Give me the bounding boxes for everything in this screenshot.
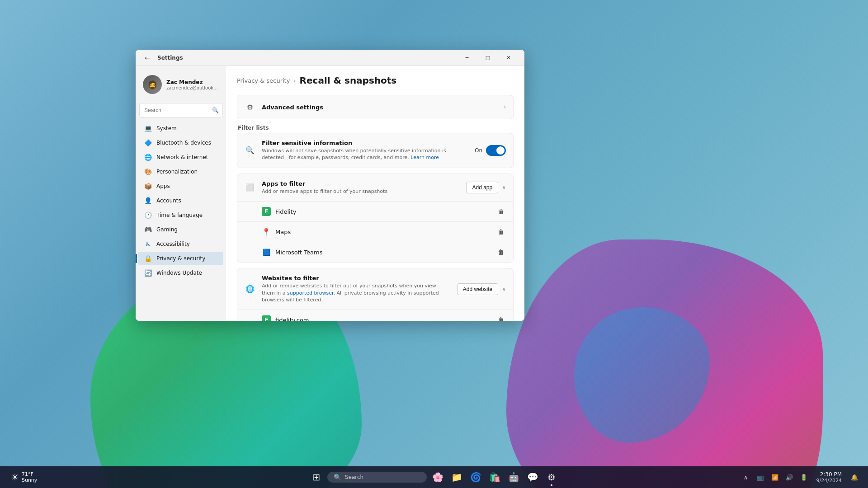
tray-volume-icon[interactable]: 🔊 <box>783 471 796 483</box>
sidebar-item-gaming[interactable]: 🎮 Gaming <box>138 223 223 236</box>
breadcrumb: Privacy & security › Recall & snapshots <box>237 75 514 86</box>
add-website-button[interactable]: Add website <box>457 283 498 295</box>
toggle-on-label: On <box>475 147 482 154</box>
apps-to-filter-card: ⬜ Apps to filter Add or remove apps to f… <box>237 174 514 263</box>
weather-condition: Sunny <box>22 477 37 483</box>
main-content: Privacy & security › Recall & snapshots … <box>226 66 524 321</box>
teams-delete-button[interactable]: 🗑 <box>496 247 506 258</box>
sidebar-item-accounts[interactable]: 👤 Accounts <box>138 194 223 207</box>
taskbar-search[interactable]: 🔍 Search <box>327 472 427 483</box>
supported-browser-link[interactable]: supported browser <box>287 290 333 296</box>
taskbar-teams[interactable]: 💬 <box>524 469 541 485</box>
teams-app-name: Microsoft Teams <box>275 249 491 256</box>
sidebar-label-network: Network & internet <box>156 154 208 160</box>
sidebar-label-personalization: Personalization <box>156 169 198 175</box>
user-profile[interactable]: 🧔 Zac Mendez zacmendez@outlook.com <box>136 70 226 99</box>
sidebar-item-network[interactable]: 🌐 Network & internet <box>138 150 223 164</box>
privacy-icon: 🔒 <box>144 254 152 263</box>
filter-sensitive-toggle[interactable] <box>486 145 506 156</box>
time-icon: 🕐 <box>144 211 152 219</box>
taskbar-settings[interactable]: ⚙️ <box>543 469 560 485</box>
apps-filter-chevron[interactable]: ∧ <box>502 184 506 191</box>
bluetooth-icon: 🔷 <box>144 139 152 147</box>
fidelity-website-delete-button[interactable]: 🗑 <box>496 314 506 321</box>
breadcrumb-current: Recall & snapshots <box>300 75 397 86</box>
websites-to-filter-subtitle: Add or remove websites to filter out of … <box>262 282 451 303</box>
apps-filter-icon: ⬜ <box>245 182 255 193</box>
taskbar-left: ☀️ 71°F Sunny <box>7 469 41 485</box>
maps-delete-button[interactable]: 🗑 <box>496 226 506 237</box>
filter-sensitive-subtitle: Windows will not save snapshots when pot… <box>262 147 468 161</box>
taskbar-right: ∧ 📺 📶 🔊 🔋 2:30 PM 9/24/2024 🔔 <box>740 470 861 484</box>
websites-to-filter-header: 🌐 Websites to filter Add or remove websi… <box>237 268 513 310</box>
sidebar-item-accessibility[interactable]: ♿ Accessibility <box>138 237 223 251</box>
sidebar-item-update[interactable]: 🔄 Windows Update <box>138 266 223 280</box>
tray-display-icon[interactable]: 📺 <box>754 471 767 483</box>
filter-sensitive-title: Filter sensitive information <box>262 140 468 146</box>
advanced-settings-row[interactable]: ⚙️ Advanced settings › <box>237 95 513 119</box>
sidebar-item-apps[interactable]: 📦 Apps <box>138 179 223 193</box>
app-teams-row: 🟦 Microsoft Teams 🗑 <box>237 242 513 262</box>
taskbar-center: ⊞ 🔍 Search 🌸 📁 🌀 🛍️ 🤖 💬 ⚙️ <box>308 469 560 485</box>
sidebar-search-input[interactable] <box>139 103 222 117</box>
taskbar-widgets[interactable]: 🌸 <box>429 469 446 485</box>
settings-body: 🧔 Zac Mendez zacmendez@outlook.com 🔍 💻 S… <box>136 66 524 321</box>
taskbar-copilot[interactable]: 🤖 <box>505 469 522 485</box>
avatar: 🧔 <box>143 75 162 94</box>
advanced-settings-icon: ⚙️ <box>245 102 255 113</box>
apps-to-filter-title: Apps to filter <box>262 180 460 187</box>
taskbar-store[interactable]: 🛍️ <box>486 469 503 485</box>
filter-sensitive-row: 🔍 Filter sensitive information Windows w… <box>237 133 513 168</box>
taskbar-search-label: Search <box>345 474 363 480</box>
sidebar-item-time[interactable]: 🕐 Time & language <box>138 208 223 222</box>
website-fidelity-row: F fidelity.com 🗑 <box>237 310 513 321</box>
filter-icon: 🔍 <box>245 145 255 156</box>
sidebar-label-gaming: Gaming <box>156 226 178 233</box>
update-icon: 🔄 <box>144 269 152 277</box>
fidelity-delete-button[interactable]: 🗑 <box>496 206 506 217</box>
gaming-icon: 🎮 <box>144 225 152 234</box>
tray-expand-icon[interactable]: ∧ <box>740 471 752 483</box>
app-maps-row: 📍 Maps 🗑 <box>237 222 513 242</box>
weather-widget[interactable]: ☀️ 71°F Sunny <box>7 469 41 485</box>
apps-to-filter-header: ⬜ Apps to filter Add or remove apps to f… <box>237 174 513 202</box>
settings-window: ← Settings ─ □ ✕ 🧔 Zac Mendez zacmendez@… <box>136 50 524 321</box>
fidelity-app-name: Fidelity <box>275 208 491 215</box>
sidebar-item-bluetooth[interactable]: 🔷 Bluetooth & devices <box>138 136 223 150</box>
taskbar-file-explorer[interactable]: 📁 <box>448 469 465 485</box>
network-icon: 🌐 <box>144 153 152 161</box>
notification-bell-icon[interactable]: 🔔 <box>848 471 861 483</box>
sidebar-label-update: Windows Update <box>156 270 202 276</box>
start-button[interactable]: ⊞ <box>308 469 325 485</box>
tray-network-icon[interactable]: 📶 <box>769 471 781 483</box>
minimize-button[interactable]: ─ <box>457 50 477 66</box>
sidebar-label-apps: Apps <box>156 183 170 189</box>
apps-icon: 📦 <box>144 182 152 190</box>
sidebar-item-personalization[interactable]: 🎨 Personalization <box>138 165 223 178</box>
websites-filter-chevron[interactable]: ∧ <box>502 286 506 292</box>
teams-app-icon: 🟦 <box>262 248 271 257</box>
close-button[interactable]: ✕ <box>498 50 519 66</box>
sidebar: 🧔 Zac Mendez zacmendez@outlook.com 🔍 💻 S… <box>136 66 226 321</box>
apps-to-filter-subtitle: Add or remove apps to filter out of your… <box>262 188 460 195</box>
accessibility-icon: ♿ <box>144 240 152 248</box>
tray-battery-icon[interactable]: 🔋 <box>797 471 810 483</box>
back-button[interactable]: ← <box>141 52 154 64</box>
fidelity-website-name: fidelity.com <box>275 317 491 321</box>
sidebar-label-bluetooth: Bluetooth & devices <box>156 140 211 146</box>
sidebar-item-system[interactable]: 💻 System <box>138 122 223 135</box>
learn-more-link[interactable]: Learn more <box>410 155 439 160</box>
breadcrumb-parent[interactable]: Privacy & security <box>237 77 290 84</box>
sidebar-search-icon: 🔍 <box>212 107 219 113</box>
clock-date: 9/24/2024 <box>816 478 842 483</box>
personalization-icon: 🎨 <box>144 168 152 176</box>
accounts-icon: 👤 <box>144 197 152 205</box>
title-bar: ← Settings ─ □ ✕ <box>136 50 524 66</box>
clock[interactable]: 2:30 PM 9/24/2024 <box>814 470 844 484</box>
breadcrumb-separator: › <box>293 77 296 84</box>
taskbar-edge[interactable]: 🌀 <box>467 469 484 485</box>
maximize-button[interactable]: □ <box>477 50 498 66</box>
sidebar-item-privacy[interactable]: 🔒 Privacy & security <box>138 252 223 265</box>
websites-filter-icon: 🌐 <box>245 284 255 295</box>
add-app-button[interactable]: Add app <box>466 182 498 193</box>
